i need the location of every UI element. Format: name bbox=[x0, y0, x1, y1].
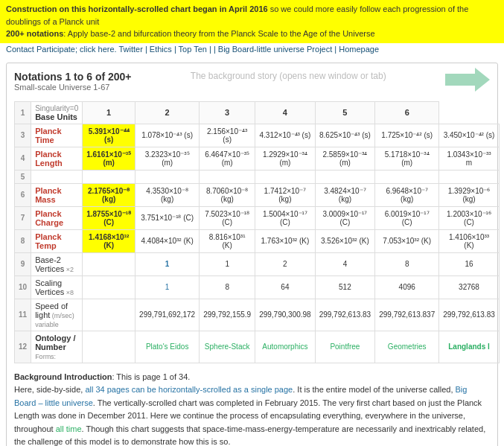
background-story-link[interactable]: The background story (opens new window o… bbox=[191, 71, 386, 81]
row-value-2: 7.5023×10⁻¹⁸ (C) bbox=[200, 206, 255, 229]
small-scale-label: Small-scale Universe 1-67 bbox=[14, 83, 132, 92]
all34-link[interactable]: all 34 pages can be horizontally-scrolle… bbox=[85, 385, 293, 394]
row-number: 8 bbox=[15, 229, 31, 252]
row-value-3 bbox=[255, 170, 316, 183]
row-value-6: 1.4106×10³³ (K) bbox=[439, 229, 500, 252]
alltime-text: all time bbox=[56, 424, 82, 433]
ethics-link[interactable]: Ethics bbox=[150, 45, 172, 54]
row-value-1: 4.4084×10³² (K) bbox=[135, 229, 200, 252]
row-value-4: 3.0009×10⁻¹⁷ (C) bbox=[315, 206, 375, 229]
row-value-6 bbox=[439, 170, 500, 183]
table-row: 9Base-2 Vertices ×21124816 bbox=[15, 252, 500, 275]
row-value-3: 299,790,300.98 bbox=[255, 299, 316, 331]
row-label: Planck Charge bbox=[31, 206, 83, 229]
topten-link[interactable]: Top Ten bbox=[179, 45, 207, 54]
table-row: 3Planck Time5.391×10⁻⁴⁴ (s)1.078×10⁻⁴³ (… bbox=[15, 124, 500, 147]
row-value-4: 4 bbox=[315, 252, 375, 275]
row-value-4: Pointfree bbox=[315, 331, 375, 363]
col5-header: 5 bbox=[315, 101, 375, 124]
svg-marker-0 bbox=[445, 68, 490, 92]
row-value-0: 5.391×10⁻⁴⁴ (s) bbox=[83, 124, 135, 147]
contact-link[interactable]: Contact bbox=[6, 45, 34, 54]
row-value-6: Langlands l bbox=[439, 331, 500, 363]
twitter-link[interactable]: Twitter bbox=[118, 45, 142, 54]
row-value-2: 2.156×10⁻⁴³ (s) bbox=[200, 124, 255, 147]
row-value-5: 6.0019×10⁻¹⁷ (C) bbox=[375, 206, 439, 229]
row-value-2 bbox=[200, 170, 255, 183]
row-value-4: 3.4824×10⁻⁷ (kg) bbox=[315, 183, 375, 206]
row-value-5: 1.725×10⁻⁴² (s) bbox=[375, 124, 439, 147]
row-value-4 bbox=[315, 170, 375, 183]
singularity-header: Singularity=0 Base Units bbox=[31, 101, 83, 124]
row-value-2: 8.7060×10⁻⁸ (kg) bbox=[200, 183, 255, 206]
row-value-2: 8 bbox=[200, 275, 255, 299]
row-value-2: 6.4647×10⁻³⁵ (m) bbox=[200, 147, 255, 170]
row-value-0: 2.1765×10⁻⁸ (kg) bbox=[83, 183, 135, 206]
row-value-0: 1.6161×10⁻³⁵ (m) bbox=[83, 147, 135, 170]
chart-header: Notations 1 to 6 of 200+ Small-scale Uni… bbox=[14, 71, 490, 97]
row-value-4: 3.526×10³² (K) bbox=[315, 229, 375, 252]
row-label: Ontology / Number Forms: bbox=[31, 331, 83, 363]
banner-text-notations: 200+ notations: Apply base-2 and bifurca… bbox=[6, 29, 375, 38]
main-container: Notations 1 to 6 of 200+ Small-scale Uni… bbox=[6, 63, 498, 447]
footer-text: Background Introduction: This is page 1 … bbox=[14, 371, 490, 447]
row-number: 7 bbox=[15, 206, 31, 229]
row-value-5 bbox=[375, 170, 439, 183]
table-row: 10Scaling Vertices ×81864512409632768 bbox=[15, 275, 500, 299]
row-value-6: 1.2003×10⁻¹⁶ (C) bbox=[439, 206, 500, 229]
row-value-3: 64 bbox=[255, 275, 316, 299]
row-number: 9 bbox=[15, 252, 31, 275]
row-label: Planck Time bbox=[31, 124, 83, 147]
table-row: 4Planck Length1.6161×10⁻³⁵ (m)3.2323×10⁻… bbox=[15, 147, 500, 170]
row-value-5: 299,792,613.837 bbox=[375, 299, 439, 331]
notations-title: Notations 1 to 6 of 200+ bbox=[14, 71, 132, 83]
row-value-0 bbox=[83, 275, 135, 299]
row-value-5: 8 bbox=[375, 252, 439, 275]
row-value-2: Sphere-Stack bbox=[200, 331, 255, 363]
row-value-6: 3.450×10⁻⁴² (s) bbox=[439, 124, 500, 147]
notations-info: Notations 1 to 6 of 200+ Small-scale Uni… bbox=[14, 71, 132, 92]
row-value-5: 4096 bbox=[375, 275, 439, 299]
col3-header: 3 bbox=[200, 101, 255, 124]
row-value-0: 1.8755×10⁻¹⁸ (C) bbox=[83, 206, 135, 229]
participate-link[interactable]: Participate; click here. bbox=[36, 45, 117, 54]
row-value-3: Automorphics bbox=[255, 331, 316, 363]
row-value-3: 1.2929×10⁻³⁴ (m) bbox=[255, 147, 316, 170]
table-row: 6Planck Mass2.1765×10⁻⁸ (kg)4.3530×10⁻⁸ … bbox=[15, 183, 500, 206]
bigboard-link[interactable]: Big Board-little universe Project bbox=[218, 45, 332, 54]
background-story-area: The background story (opens new window o… bbox=[191, 71, 386, 81]
main-table: 1 Singularity=0 Base Units 1 2 3 4 5 6 3… bbox=[14, 101, 500, 363]
col6-header: 6 bbox=[375, 101, 439, 124]
row-number: 3 bbox=[15, 124, 31, 147]
row-number: 5 bbox=[15, 170, 31, 183]
row-value-2: 1 bbox=[200, 252, 255, 275]
row-label: Planck Mass bbox=[31, 183, 83, 206]
banner-text-construction: Construction on this horizontally-scroll… bbox=[6, 4, 468, 26]
row-value-6: 16 bbox=[439, 252, 500, 275]
row-value-5: 6.9648×10⁻⁷ (kg) bbox=[375, 183, 439, 206]
row-value-5: 5.1718×10⁻³⁴ (m) bbox=[375, 147, 439, 170]
row-value-4: 299,792,613.83 bbox=[315, 299, 375, 331]
table-header-row: 1 Singularity=0 Base Units 1 2 3 4 5 6 bbox=[15, 101, 500, 124]
row-label bbox=[31, 170, 83, 183]
top-links: Contact Participate; click here. Twitter… bbox=[0, 43, 504, 57]
row-value-3: 2 bbox=[255, 252, 316, 275]
row-value-6: 299,792,613.83 bbox=[439, 299, 500, 331]
row-value-3: 1.7412×10⁻⁷ (kg) bbox=[255, 183, 316, 206]
row-label: Planck Temp bbox=[31, 229, 83, 252]
row-value-3: 1.5004×10⁻¹⁷ (C) bbox=[255, 206, 316, 229]
row-value-1: 1 bbox=[135, 252, 200, 275]
row-value-0 bbox=[83, 170, 135, 183]
row-value-3: 4.312×10⁻⁴³ (s) bbox=[255, 124, 316, 147]
row-value-1: 3.2323×10⁻³⁵ (m) bbox=[135, 147, 200, 170]
col1-header: 1 bbox=[83, 101, 135, 124]
table-row: 7Planck Charge1.8755×10⁻¹⁸ (C)3.751×10⁻¹… bbox=[15, 206, 500, 229]
row-number: 4 bbox=[15, 147, 31, 170]
homepage-link[interactable]: Homepage bbox=[339, 45, 379, 54]
table-row: 8Planck Temp1.4168×10³² (K)4.4084×10³² (… bbox=[15, 229, 500, 252]
row-value-1: 1 bbox=[135, 275, 200, 299]
table-row: 12Ontology / Number Forms:Plato's EidosS… bbox=[15, 331, 500, 363]
row-value-4: 512 bbox=[315, 275, 375, 299]
top-banner: Construction on this horizontally-scroll… bbox=[0, 0, 504, 43]
row-value-0: 1.4168×10³² (K) bbox=[83, 229, 135, 252]
